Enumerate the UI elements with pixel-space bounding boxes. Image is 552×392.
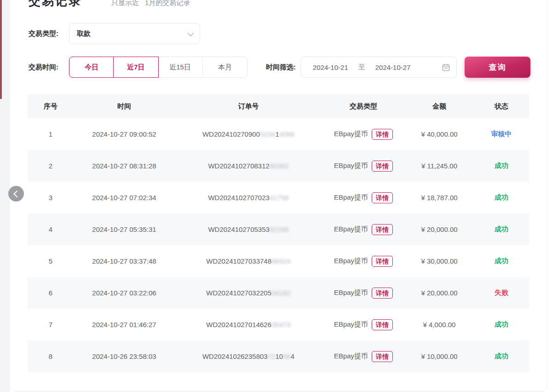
row-number: 5 [28,257,74,265]
transaction-type-cell: EBpay提币 详情 [322,224,405,235]
detail-button[interactable]: 详情 [372,256,393,267]
status-badge: 审核中 [474,130,529,138]
date-from-value: 2024-10-21 [313,63,348,71]
query-button[interactable]: 查询 [465,57,530,78]
transaction-type-text: EBpay提币 [334,257,368,265]
amount-value: ¥ 20,000.00 [405,225,474,233]
order-number-text: WD20241027033748 [206,257,271,265]
detail-button[interactable]: 详情 [372,351,393,362]
order-number-text: 1 [275,130,279,138]
order-number-text: 4 [291,352,294,360]
transaction-type-text: EBpay提币 [334,193,368,202]
transaction-type-text: EBpay提币 [334,130,368,138]
detail-button[interactable]: 详情 [372,224,393,235]
date-range-input[interactable]: 2024-10-21 至 2024-10-27 [300,57,457,78]
masked-digits: 86524 [271,257,291,265]
transaction-type-filter-row: 交易类型: 取款 [29,23,200,44]
status-badge: 成功 [474,225,529,234]
transaction-type-text: EBpay提币 [334,288,368,297]
amount-value: ¥ 40,000.00 [405,130,474,138]
page-header: 交易记录 只显示近 1月的交易记录 [29,0,190,9]
transaction-time: 2024-10-27 03:37:48 [74,257,175,265]
order-number: WD202410262358037210564 [175,352,322,360]
transaction-type-text: EBpay提币 [334,320,368,329]
status-badge: 成功 [474,320,529,329]
transaction-type-text: EBpay提币 [334,225,368,234]
status-badge: 成功 [474,193,529,202]
transaction-type-select[interactable]: 取款 [69,23,200,44]
masked-digits: 56 [283,352,291,360]
table-row: 2 2024-10-27 08:31:28 WD2024102708312803… [28,150,529,182]
order-number-text: WD20241026235803 [202,352,268,360]
table-header: 序号 时间 订单号 交易类型 金额 状态 [28,94,529,118]
detail-button[interactable]: 详情 [372,192,393,203]
row-number: 1 [28,130,74,138]
transaction-type-text: EBpay提币 [334,352,368,361]
order-number-text: 10 [275,352,283,360]
order-number-text: WD20241027014626 [206,321,271,329]
order-number-text: WD2024102705353 [208,225,269,233]
masked-digits: 41758 [270,194,289,202]
table-row: 6 2024-10-27 03:22:06 WD2024102703220504… [28,277,529,309]
transaction-time: 2024-10-27 03:22:06 [74,289,175,297]
masked-digits: 5234 [260,130,275,138]
chevron-left-icon [13,190,21,197]
masked-digits: 92166 [270,225,289,233]
page-subtitle-right: 1月的交易记录 [145,0,190,7]
amount-value: ¥ 18,787.00 [405,194,474,202]
transaction-time: 2024-10-27 09:00:52 [74,130,175,138]
transaction-time: 2024-10-26 23:58:03 [74,352,175,360]
order-number: WD202410270702341758 [175,194,322,202]
header-order-number: 订单号 [175,102,322,111]
order-number: WD2024102703374886524 [175,257,322,265]
transaction-time: 2024-10-27 08:31:28 [74,162,175,170]
transaction-time: 2024-10-27 07:02:34 [74,194,175,202]
amount-value: ¥ 20,000.00 [405,289,474,297]
left-accent-line [0,0,2,99]
amount-value: ¥ 10,000.00 [405,352,474,360]
order-number-text: WD2024102708312 [208,162,269,170]
detail-button[interactable]: 详情 [372,288,393,299]
quick-range-button-4[interactable]: 本月 [203,57,247,77]
order-number-text: WD2024102707023 [208,194,269,202]
detail-button[interactable]: 详情 [372,319,393,330]
order-number: WD202410270900523414068 [175,130,322,138]
masked-digits: 04182 [271,289,291,297]
quick-range-button-3[interactable]: 近15日 [158,57,203,77]
masked-digits: 72 [268,352,276,360]
detail-button[interactable]: 详情 [372,161,393,172]
status-badge: 成功 [474,161,529,170]
transaction-time: 2024-10-27 05:35:31 [74,225,175,233]
transaction-type-cell: EBpay提币 详情 [322,161,405,172]
chevron-down-icon [187,30,194,36]
amount-value: ¥ 11,245.00 [405,162,474,170]
table-row: 1 2024-10-27 09:00:52 WD2024102709005234… [28,118,529,150]
masked-digits: 80362 [270,162,289,170]
quick-range-button-2[interactable]: 近7日 [113,57,158,78]
transaction-type-cell: EBpay提币 详情 [322,351,405,362]
table-row: 8 2024-10-26 23:58:03 WD2024102623580372… [28,340,529,372]
transaction-type-cell: EBpay提币 详情 [322,256,405,267]
masked-digits: 35473 [271,321,291,329]
transaction-type-value: 取款 [77,29,91,38]
order-number: WD2024102701462635473 [175,321,322,329]
quick-range-button-1[interactable]: 今日 [69,57,114,78]
detail-button[interactable]: 详情 [372,129,393,140]
transaction-type-text: EBpay提币 [334,161,368,170]
transaction-time: 2024-10-27 01:46:27 [74,321,175,329]
transaction-type-cell: EBpay提币 详情 [322,129,405,140]
row-number: 4 [28,225,74,233]
row-number: 6 [28,289,74,297]
amount-value: ¥ 4,000.00 [405,321,474,329]
header-amount: 金额 [405,102,474,111]
row-number: 2 [28,162,74,170]
transaction-type-cell: EBpay提币 详情 [322,288,405,299]
calendar-icon[interactable] [442,63,450,71]
order-number: WD202410270535392166 [175,225,322,233]
status-badge: 成功 [474,257,529,265]
collapse-panel-button[interactable] [8,186,24,202]
header-transaction-type: 交易类型 [322,102,405,111]
table-row: 4 2024-10-27 05:35:31 WD2024102705353921… [28,213,529,245]
time-range-label: 时间筛选: [266,63,296,72]
quick-range-group: 今日近7日近15日本月 [69,57,247,78]
